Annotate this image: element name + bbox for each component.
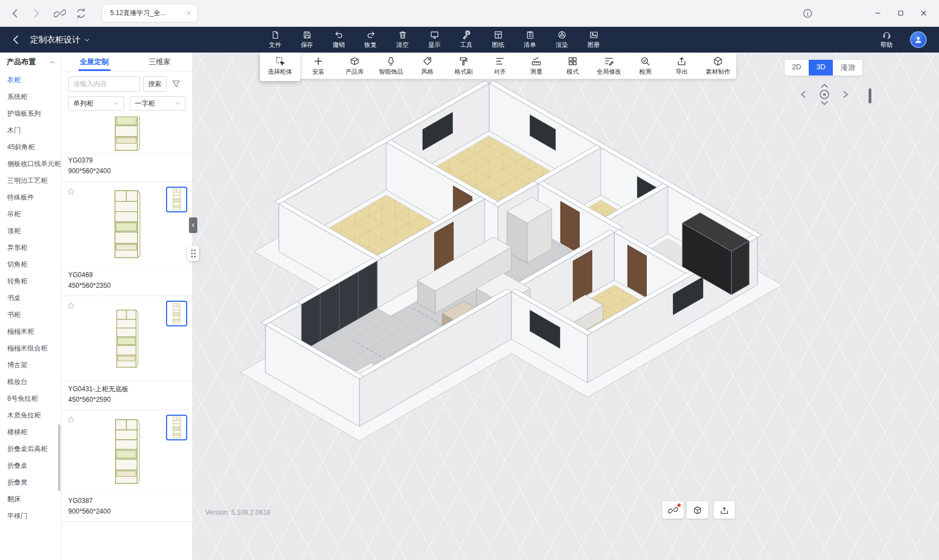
filter-icon[interactable] [171,79,181,89]
cabinet-type-select[interactable]: 单列柜 [68,96,124,111]
browser-forward-icon[interactable] [30,7,42,20]
category-item[interactable]: 书桌 [0,290,61,306]
product-thumbnail[interactable] [166,187,187,212]
favorite-star-icon[interactable] [67,415,75,424]
category-item[interactable]: 折叠桌 [0,457,61,474]
category-item[interactable]: 榻榻米柜 [0,323,61,340]
browser-back-icon[interactable] [9,7,21,20]
category-item[interactable]: 楼梯柜 [0,424,61,440]
action-mode[interactable]: 模式 [554,53,591,79]
category-item[interactable]: 书柜 [0,306,61,323]
product-card[interactable]: YG0387 900*560*2400 [61,410,192,522]
tool-drawings[interactable]: 图纸 [486,30,510,49]
category-item[interactable]: 侧板收口线单元柜 [0,155,61,172]
app-back-icon[interactable] [10,34,21,45]
category-item[interactable]: 转角柜 [0,273,61,290]
viewport-scrollbar[interactable] [869,88,871,103]
model-cube-button[interactable] [687,501,708,519]
window-close-icon[interactable] [919,9,928,17]
product-size: 900*560*2400 [61,166,192,177]
category-item[interactable]: 特殊板件 [0,189,61,206]
category-item[interactable]: 三明治工艺柜 [0,172,61,189]
category-item[interactable]: 博古架 [0,357,61,373]
tool-display[interactable]: 显示 [422,30,447,49]
orbit-compass[interactable] [799,83,850,106]
tool-redo[interactable]: 恢复 [358,30,383,49]
tool-render[interactable]: 渲染 [549,30,574,49]
info-icon[interactable] [802,8,813,19]
tab-sanweijia[interactable]: 三维家 [127,53,192,71]
product-card[interactable]: YG0431-上柜无底板 450*560*2590 [61,296,192,410]
action-style[interactable]: 风格 [409,53,445,79]
avatar[interactable] [910,31,927,48]
category-item[interactable]: 翻床 [0,491,61,507]
3d-viewport[interactable]: 选择柜体 安装 产品库 智能饰品 风格 格式刷 对齐 测量 模式 全局修改 检测… [193,53,939,560]
tab-close-icon[interactable] [186,10,192,16]
3d-scene[interactable] [193,53,939,560]
view-2d-button[interactable]: 2D [785,60,809,75]
tab-quanwudingzhi[interactable]: 全屋定制 [61,53,127,71]
category-item[interactable]: 护墙板系列 [0,105,61,122]
panel-collapse-button[interactable] [189,217,197,233]
tool-file[interactable]: 文件 [263,30,287,49]
category-item-yigui[interactable]: 衣柜 [0,72,61,88]
category-item[interactable]: 顶柜 [0,222,61,239]
action-global-edit[interactable]: 全局修改 [591,53,627,79]
tool-save[interactable]: 保存 [295,30,319,49]
category-scrollbar[interactable] [58,424,60,491]
category-item[interactable]: 吊柜 [0,206,61,222]
action-export[interactable]: 导出 [663,53,700,79]
search-input[interactable] [68,77,140,92]
category-item[interactable]: 8号免拉柜 [0,390,61,407]
action-product-library[interactable]: 产品库 [336,53,373,79]
product-thumbnail[interactable] [166,301,187,326]
minimize-icon[interactable] [874,9,882,17]
panel-drag-handle[interactable] [187,246,199,261]
favorite-star-icon[interactable] [67,301,75,310]
category-item[interactable]: 切角柜 [0,256,61,273]
category-item[interactable]: 折叠凳 [0,474,61,491]
category-item[interactable]: 木门 [0,122,61,139]
favorite-star-icon[interactable] [67,187,75,196]
category-item[interactable]: 梳妆台 [0,373,61,390]
category-item[interactable]: 异形柜 [0,239,61,256]
category-item[interactable]: 平移门 [0,507,61,524]
product-card[interactable]: YG0469 450*560*2350 [61,182,192,296]
page-title[interactable]: 定制衣柜设计 [30,35,90,45]
maximize-icon[interactable] [897,9,905,17]
action-format-brush[interactable]: 格式刷 [445,53,482,79]
category-item[interactable]: 系统柜 [0,88,61,105]
upload-icon [719,505,729,515]
search-button[interactable]: 搜索 [143,76,167,92]
help-button[interactable]: 帮助 [874,30,899,49]
category-item[interactable]: 折叠桌后高柜 [0,440,61,457]
refresh-icon[interactable] [75,7,87,20]
category-header[interactable]: 产品布置 [0,53,61,72]
view-3d-button[interactable]: 3D [809,60,833,75]
action-material-make[interactable]: 素材制作 [700,53,736,79]
display-icon [430,30,439,40]
chevron-down-icon [175,101,181,106]
tool-album[interactable]: 图册 [581,30,606,49]
tool-clear[interactable]: 清空 [390,30,415,49]
action-detect[interactable]: 检测 [627,53,663,79]
product-card[interactable]: YG0379 900*560*2400 [61,116,192,182]
action-select-cabinet[interactable]: 选择柜体 [260,51,300,81]
view-roam-button[interactable]: 漫游 [833,60,862,75]
browser-tab[interactable]: 5.12直播学习_全... [102,4,198,22]
action-install[interactable]: 安装 [300,53,336,79]
copy-link-icon[interactable] [54,7,66,20]
action-measure[interactable]: 测量 [518,53,554,79]
action-smart-decor[interactable]: 智能饰品 [373,53,409,79]
action-align[interactable]: 对齐 [482,53,518,79]
upload-button[interactable] [714,501,735,519]
category-item[interactable]: 木质免拉柜 [0,407,61,424]
category-item[interactable]: 45斜角柜 [0,139,61,155]
product-thumbnail[interactable] [166,415,187,440]
category-item[interactable]: 榻榻米组合柜 [0,340,61,357]
share-link-button[interactable] [662,501,684,519]
tool-tools[interactable]: 工具 [454,30,478,49]
tool-undo[interactable]: 撤销 [326,30,351,49]
tool-list[interactable]: 清单 [518,30,542,49]
cabinet-shape-select[interactable]: 一字柜 [130,96,186,111]
